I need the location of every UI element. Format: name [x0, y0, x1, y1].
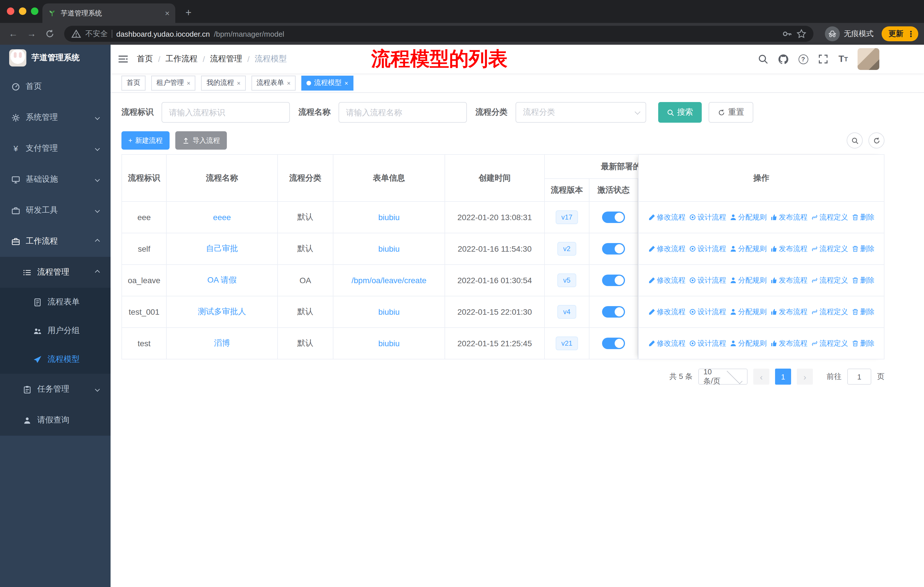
- sidebar-item-home[interactable]: 首页: [0, 71, 111, 102]
- active-toggle[interactable]: [602, 337, 625, 349]
- form-info-link[interactable]: biubiu: [378, 213, 400, 222]
- refresh-table-button[interactable]: [868, 132, 884, 149]
- action-definition[interactable]: 流程定义: [811, 212, 848, 222]
- reset-button[interactable]: 重置: [709, 102, 753, 123]
- action-design[interactable]: 设计流程: [689, 275, 726, 285]
- action-definition[interactable]: 流程定义: [811, 244, 848, 254]
- process-name-link[interactable]: eeee: [213, 213, 231, 222]
- close-window-button[interactable]: [7, 7, 14, 15]
- breadcrumb-home[interactable]: 首页: [137, 54, 153, 64]
- url-bar[interactable]: 不安全 dashboard.yudao.iocoder.cn/bpm/manag…: [64, 26, 813, 42]
- github-icon[interactable]: [777, 53, 789, 65]
- toggle-search-button[interactable]: [846, 132, 863, 149]
- action-definition[interactable]: 流程定义: [811, 275, 848, 285]
- tag-my-process[interactable]: 我的流程×: [201, 75, 246, 90]
- action-edit[interactable]: 修改流程: [648, 212, 685, 222]
- action-definition[interactable]: 流程定义: [811, 339, 848, 348]
- action-delete[interactable]: 删除: [851, 307, 874, 317]
- form-info-link[interactable]: biubiu: [378, 339, 400, 348]
- process-name-link[interactable]: 自己审批: [206, 244, 238, 254]
- action-edit[interactable]: 修改流程: [648, 244, 685, 254]
- action-publish[interactable]: 发布流程: [770, 212, 807, 222]
- form-info-link[interactable]: /bpm/oa/leave/create: [351, 276, 426, 285]
- sidebar-item-payment[interactable]: ¥ 支付管理: [0, 133, 111, 164]
- goto-page-input[interactable]: [847, 369, 871, 385]
- action-publish[interactable]: 发布流程: [770, 339, 807, 348]
- tag-tenant[interactable]: 租户管理×: [151, 75, 196, 90]
- search-icon[interactable]: [757, 53, 769, 65]
- action-assign[interactable]: 分配规则: [729, 212, 767, 222]
- reload-icon[interactable]: [42, 26, 57, 41]
- action-assign[interactable]: 分配规则: [729, 307, 767, 317]
- close-icon[interactable]: ×: [187, 79, 190, 86]
- action-edit[interactable]: 修改流程: [648, 307, 685, 317]
- fullscreen-icon[interactable]: [817, 53, 829, 65]
- process-id-input[interactable]: [162, 102, 290, 123]
- font-size-icon[interactable]: TT: [838, 53, 849, 65]
- page-size-select[interactable]: 10条/页: [698, 369, 747, 385]
- minimize-window-button[interactable]: [19, 7, 26, 15]
- forward-icon[interactable]: →: [24, 26, 39, 41]
- help-icon[interactable]: ?: [797, 53, 809, 65]
- process-name-link[interactable]: 滔博: [214, 338, 230, 349]
- active-toggle[interactable]: [602, 274, 625, 286]
- active-toggle[interactable]: [602, 243, 625, 255]
- action-delete[interactable]: 删除: [851, 275, 874, 285]
- sidebar-item-workflow[interactable]: 工作流程: [0, 226, 111, 257]
- action-design[interactable]: 设计流程: [689, 339, 726, 348]
- bookmark-star-icon[interactable]: [796, 29, 807, 39]
- prev-page-button[interactable]: ‹: [753, 369, 769, 385]
- breadcrumb-process-mgmt[interactable]: 流程管理: [210, 54, 242, 64]
- back-icon[interactable]: ←: [6, 26, 21, 41]
- sidebar-item-user-group[interactable]: 用户分组: [0, 316, 111, 345]
- action-delete[interactable]: 删除: [851, 212, 874, 222]
- category-select[interactable]: 流程分类: [516, 102, 646, 123]
- process-name-link[interactable]: 测试多审批人: [198, 307, 246, 317]
- tag-home[interactable]: 首页: [121, 75, 145, 90]
- action-design[interactable]: 设计流程: [689, 307, 726, 317]
- update-button[interactable]: 更新 ⋮: [882, 26, 918, 41]
- sidebar-item-system[interactable]: 系统管理: [0, 102, 111, 133]
- breadcrumb-workflow[interactable]: 工作流程: [165, 54, 198, 64]
- browser-tab[interactable]: 芋道管理系统 ×: [42, 3, 175, 23]
- page-number-button[interactable]: 1: [775, 369, 791, 385]
- action-edit[interactable]: 修改流程: [648, 275, 685, 285]
- action-publish[interactable]: 发布流程: [770, 275, 807, 285]
- hamburger-icon[interactable]: [111, 45, 136, 73]
- import-process-button[interactable]: 导入流程: [175, 131, 227, 150]
- sidebar-item-process-model[interactable]: 流程模型: [0, 345, 111, 374]
- action-assign[interactable]: 分配规则: [729, 275, 767, 285]
- create-process-button[interactable]: + 新建流程: [121, 131, 170, 150]
- action-publish[interactable]: 发布流程: [770, 307, 807, 317]
- action-delete[interactable]: 删除: [851, 339, 874, 348]
- process-name-link[interactable]: OA 请假: [207, 275, 237, 286]
- active-toggle[interactable]: [602, 306, 625, 317]
- close-icon[interactable]: ×: [287, 79, 291, 86]
- key-icon[interactable]: [782, 29, 792, 39]
- active-toggle[interactable]: [602, 212, 625, 223]
- tag-process-model[interactable]: 流程模型×: [302, 75, 353, 90]
- close-icon[interactable]: ×: [345, 79, 348, 86]
- sidebar-item-devtools[interactable]: 研发工具: [0, 195, 111, 226]
- action-publish[interactable]: 发布流程: [770, 244, 807, 254]
- next-page-button[interactable]: ›: [797, 369, 813, 385]
- action-assign[interactable]: 分配规则: [729, 244, 767, 254]
- sidebar-item-process-mgmt[interactable]: 流程管理: [0, 257, 111, 288]
- action-design[interactable]: 设计流程: [689, 244, 726, 254]
- user-avatar[interactable]: [858, 48, 879, 70]
- menu-dots-icon[interactable]: ⋮: [907, 29, 915, 38]
- tag-process-form[interactable]: 流程表单×: [251, 75, 296, 90]
- zoom-window-button[interactable]: [31, 7, 38, 15]
- action-edit[interactable]: 修改流程: [648, 339, 685, 348]
- sidebar-item-task-mgmt[interactable]: 任务管理: [0, 374, 111, 405]
- action-delete[interactable]: 删除: [851, 244, 874, 254]
- sidebar-item-process-form[interactable]: 流程表单: [0, 288, 111, 316]
- sidebar-item-leave-query[interactable]: 请假查询: [0, 405, 111, 436]
- action-design[interactable]: 设计流程: [689, 212, 726, 222]
- action-assign[interactable]: 分配规则: [729, 339, 767, 348]
- close-icon[interactable]: ×: [237, 79, 241, 86]
- form-info-link[interactable]: biubiu: [378, 307, 400, 316]
- process-name-input[interactable]: [338, 102, 467, 123]
- new-tab-button[interactable]: +: [181, 5, 196, 20]
- form-info-link[interactable]: biubiu: [378, 244, 400, 253]
